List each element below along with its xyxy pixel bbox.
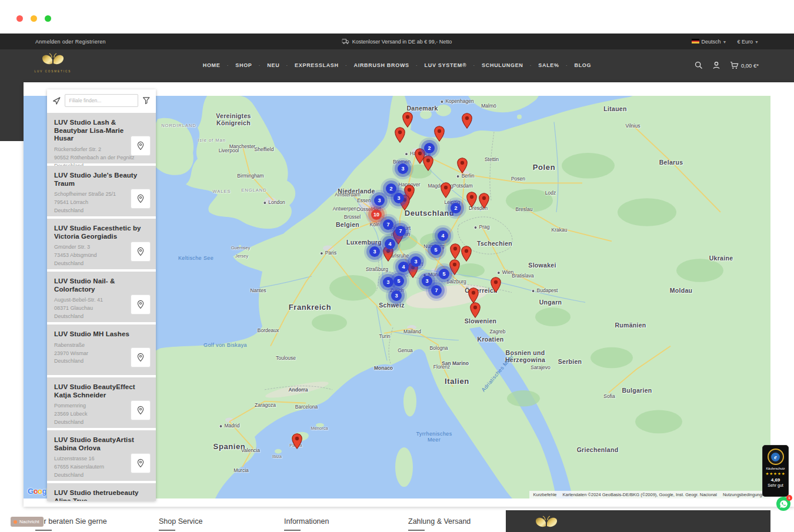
store-marker-pin[interactable] [479, 193, 489, 209]
store-name: LUV Studio thetruebeauty Alina True [54, 489, 144, 501]
store-marker-pin[interactable] [466, 192, 477, 208]
chat-widget-tab[interactable]: Nachricht [11, 517, 44, 527]
show-on-map-button[interactable] [131, 242, 151, 262]
store-cluster-marker[interactable]: 7 [383, 219, 393, 230]
footer-col-shop-service[interactable]: Shop Service [159, 517, 202, 531]
header-icons: 0,00 €* [695, 49, 759, 81]
whatsapp-button[interactable]: 1 [776, 497, 790, 511]
nav-item[interactable]: LUV SYSTEM® [409, 62, 467, 68]
nav-item[interactable]: BLOG [559, 62, 592, 68]
footer-col-informationen[interactable]: Informationen [284, 517, 329, 531]
show-on-map-button[interactable] [131, 453, 151, 473]
cart-button[interactable]: 0,00 €* [730, 61, 759, 69]
trusted-shops-badge[interactable]: e Käuferschutz ★★★★★ 4,69 Sehr gut [762, 445, 789, 497]
store-list-item[interactable]: LUV Studio Nail- & Colorfactory August-B… [47, 272, 156, 322]
store-cluster-marker[interactable]: 3 [398, 163, 408, 174]
store-cluster-marker[interactable]: 3 [411, 256, 421, 267]
store-cluster-marker[interactable]: 10 [371, 209, 382, 220]
store-cluster-marker[interactable]: 3 [369, 246, 380, 257]
whatsapp-icon [779, 500, 788, 508]
store-list-item[interactable]: LUV Studio BeautyArtist Sabina Orlova Lu… [47, 430, 156, 481]
nav-item[interactable]: NEU [252, 62, 280, 68]
store-list-item[interactable]: LUV Studio thetruebeauty Alina True [47, 483, 156, 501]
store-marker-pin[interactable] [423, 155, 433, 171]
nav-item[interactable]: HOME [203, 62, 221, 68]
store-list-item[interactable]: LUV Studio BeautyEffect Katja Schneider … [47, 377, 156, 428]
chevron-down-icon: ▼ [755, 40, 759, 44]
footer-col-zahlung-versand[interactable]: Zahlung & Versand [408, 517, 471, 531]
footer-col-contact[interactable]: Wir beraten Sie gerne [35, 517, 107, 531]
store-marker-pin[interactable] [461, 246, 472, 262]
nav-item[interactable]: EXPRESSLASH [279, 62, 338, 68]
main-nav: HOMESHOPNEUEXPRESSLASHAIRBRUSH BROWSLUV … [203, 49, 592, 81]
store-cluster-marker[interactable]: 2 [386, 183, 396, 194]
show-on-map-button[interactable] [131, 400, 151, 420]
locate-me-icon[interactable] [52, 96, 61, 105]
trust-title: Käuferschutz [766, 467, 785, 470]
map-shortcuts-link[interactable]: Kurzbefehle [533, 492, 556, 497]
store-marker-pin[interactable] [449, 259, 460, 275]
announcement-bar: Anmelden oder Registrieren Kostenloser V… [0, 34, 794, 49]
star-rating-icon: ★★★★★ [765, 471, 785, 476]
close-window-button[interactable] [16, 15, 23, 22]
store-marker-pin[interactable] [491, 277, 501, 293]
store-cluster-marker[interactable]: 3 [383, 277, 393, 287]
shipping-notice-text: Kostenloser Versand in DE ab € 99,- Nett… [352, 39, 452, 45]
nav-item[interactable]: AIRBRUSH BROWS [339, 62, 409, 68]
store-cluster-marker[interactable]: 5 [439, 269, 449, 279]
map-pin-icon [136, 141, 145, 150]
truck-icon [342, 39, 349, 44]
store-marker-pin[interactable] [441, 182, 451, 198]
store-cluster-marker[interactable]: 4 [385, 239, 395, 249]
zoom-window-button[interactable] [45, 15, 51, 22]
language-select[interactable]: Deutsch▼ [692, 39, 727, 45]
minimize-window-button[interactable] [31, 15, 37, 22]
store-marker-pin[interactable] [402, 112, 413, 128]
store-locator-sidebar: LUV Studio Lash & Beautybar Lisa-Marie H… [47, 89, 156, 501]
currency-select[interactable]: € Euro▼ [738, 39, 759, 45]
store-cluster-marker[interactable]: 2 [451, 203, 461, 213]
show-on-map-button[interactable] [131, 136, 151, 156]
nav-item[interactable]: SHOP [221, 62, 252, 68]
store-cluster-marker[interactable]: 5 [431, 245, 441, 255]
store-cluster-marker[interactable]: 5 [393, 276, 404, 286]
store-list-item[interactable]: LUV Studio Facesthetic by Victoria Georg… [47, 219, 156, 269]
search-button[interactable] [695, 61, 703, 69]
show-on-map-button[interactable] [131, 295, 151, 314]
store-list-item[interactable]: LUV Studio Jule's Beauty Traum Schopfhei… [47, 166, 156, 216]
map-pin-icon [136, 194, 145, 203]
store-cluster-marker[interactable]: 7 [395, 226, 406, 236]
store-search-input[interactable] [65, 94, 138, 107]
store-marker-pin[interactable] [292, 433, 302, 449]
store-name: LUV Studio Nail- & Colorfactory [54, 277, 144, 293]
nav-item[interactable]: SCHULUNGEN [466, 62, 523, 68]
user-icon [712, 61, 720, 69]
store-marker-pin[interactable] [395, 127, 405, 143]
store-cluster-marker[interactable]: 3 [393, 193, 404, 203]
filter-icon[interactable] [142, 96, 151, 105]
store-marker-pin[interactable] [468, 287, 479, 303]
account-button[interactable] [712, 61, 720, 69]
store-cluster-marker[interactable]: 3 [374, 195, 385, 206]
show-on-map-button[interactable] [131, 189, 151, 209]
store-cluster-marker[interactable]: 3 [422, 276, 432, 286]
map-pin-icon [136, 406, 145, 415]
store-list-item[interactable]: LUV Studio Lash & Beautybar Lisa-Marie H… [47, 113, 156, 163]
trust-score-label: Sehr gut [768, 483, 783, 487]
store-marker-pin[interactable] [457, 158, 468, 173]
store-cluster-marker[interactable]: 7 [431, 285, 442, 296]
store-cluster-marker[interactable]: 3 [391, 290, 402, 301]
store-marker-pin[interactable] [462, 113, 472, 129]
map-terms-link[interactable]: Nutzungsbedingungen [723, 492, 767, 497]
nav-item[interactable]: SALE% [523, 62, 559, 68]
brand-logo[interactable]: LUV COSMETICS [34, 52, 72, 73]
show-on-map-button[interactable] [131, 347, 151, 367]
store-cluster-marker[interactable]: 4 [438, 230, 448, 241]
store-list-item[interactable]: LUV Studio MH Lashes Rabenstraße 23970 W… [47, 324, 156, 375]
store-marker-pin[interactable] [434, 126, 445, 142]
store-marker-pin[interactable] [470, 302, 481, 318]
store-cluster-marker[interactable]: 2 [424, 143, 435, 153]
store-marker-pin[interactable] [450, 243, 461, 259]
store-cluster-marker[interactable]: 4 [398, 262, 409, 272]
login-link[interactable]: Anmelden oder Registrieren [35, 39, 106, 45]
